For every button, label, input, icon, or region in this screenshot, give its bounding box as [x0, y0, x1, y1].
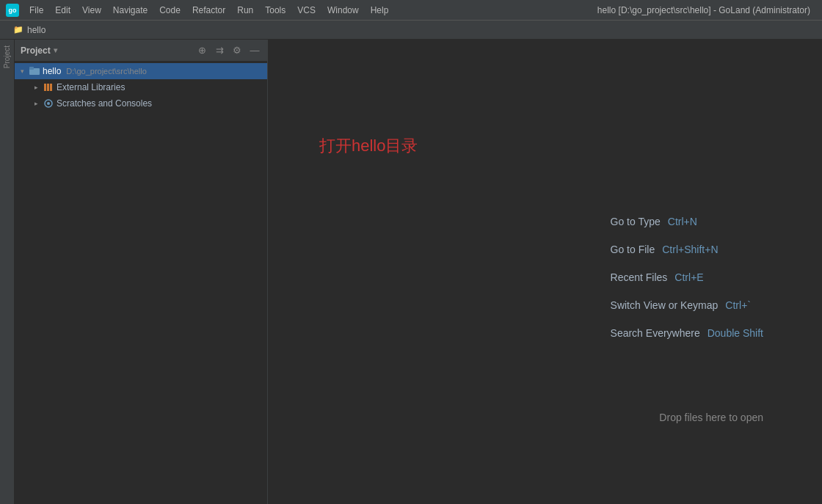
sidebar-settings-button[interactable]: ⚙ [230, 44, 244, 57]
tree-label-2: Scratches and Consoles [57, 98, 152, 109]
shortcut-key-3: Ctrl+` [725, 299, 751, 311]
side-strip-project-label[interactable]: Project [1, 43, 12, 71]
shortcut-row-1: Go to FileCtrl+Shift+N [611, 244, 763, 255]
window-title: hello [D:\go_project\src\hello] - GoLand… [597, 5, 816, 15]
menu-bar: FileEditViewNavigateCodeRefactorRunTools… [23, 0, 597, 21]
svg-rect-4 [50, 84, 52, 91]
shortcut-action-1: Go to File [611, 244, 655, 255]
shortcut-action-2: Recent Files [611, 271, 668, 283]
titlebar: go FileEditViewNavigateCodeRefactorRunTo… [0, 0, 822, 21]
shortcut-row-0: Go to TypeCtrl+N [611, 216, 763, 227]
sidebar-minimize-button[interactable]: — [248, 44, 261, 57]
sidebar-add-button[interactable]: ⊕ [195, 44, 208, 57]
shortcut-row-4: Search EverywhereDouble Shift [611, 327, 763, 339]
tree-expand-2[interactable]: ▸ [32, 99, 40, 108]
tree-label-1: External Libraries [57, 82, 125, 92]
menu-view[interactable]: View [76, 0, 107, 21]
tree-icon-libs [43, 81, 54, 93]
sidebar-header: Project ▾ ⊕ ⇉ ⚙ — [15, 40, 267, 62]
sidebar-title-label: Project [21, 45, 51, 56]
tree-item-0[interactable]: ▾helloD:\go_project\src\hello [15, 63, 267, 79]
menu-refactor[interactable]: Refactor [186, 0, 231, 21]
tree-item-2[interactable]: ▸Scratches and Consoles [15, 95, 267, 112]
tree-expand-0[interactable]: ▾ [18, 67, 26, 76]
shortcuts-panel: Go to TypeCtrl+NGo to FileCtrl+Shift+NRe… [611, 216, 763, 339]
sidebar: Project ▾ ⊕ ⇉ ⚙ — ▾helloD:\go_project\sr… [15, 40, 268, 504]
tree-expand-1[interactable]: ▸ [32, 83, 40, 92]
sidebar-dropdown-icon: ▾ [54, 46, 57, 54]
sidebar-collapse-button[interactable]: ⇉ [213, 44, 226, 57]
drop-files-label: Drop files here to open [659, 412, 763, 423]
editor-area[interactable]: 打开hello目录 Go to TypeCtrl+NGo to FileCtrl… [268, 40, 822, 504]
project-tab[interactable]: 📁 hello [6, 21, 53, 40]
menu-code[interactable]: Code [153, 0, 186, 21]
shortcut-key-2: Ctrl+E [674, 271, 703, 283]
open-dir-label: 打开hello目录 [319, 135, 418, 157]
menu-window[interactable]: Window [321, 0, 365, 21]
side-strip: Project [0, 40, 15, 504]
shortcut-key-1: Ctrl+Shift+N [662, 244, 718, 255]
folder-icon: 📁 [13, 25, 23, 34]
shortcut-action-0: Go to Type [611, 216, 661, 227]
tree-label-0: hello [43, 66, 61, 76]
svg-rect-3 [47, 84, 49, 91]
app-logo: go [6, 4, 19, 17]
shortcut-action-4: Search Everywhere [611, 327, 700, 339]
sidebar-actions: ⊕ ⇉ ⚙ — [195, 44, 261, 57]
tree-icon-scratches [43, 98, 54, 109]
menu-tools[interactable]: Tools [259, 0, 291, 21]
shortcut-key-0: Ctrl+N [668, 216, 697, 227]
tab-bar: 📁 hello [0, 21, 822, 40]
project-tab-label: hello [27, 25, 46, 35]
main-layout: Project Project ▾ ⊕ ⇉ ⚙ — ▾helloD:\go_pr… [0, 40, 822, 504]
tree-path-0: D:\go_project\src\hello [66, 67, 146, 76]
menu-navigate[interactable]: Navigate [107, 0, 153, 21]
menu-edit[interactable]: Edit [49, 0, 76, 21]
project-tree: ▾helloD:\go_project\src\hello▸External L… [15, 62, 267, 504]
menu-vcs[interactable]: VCS [291, 0, 321, 21]
svg-rect-2 [44, 84, 46, 91]
svg-rect-1 [29, 67, 34, 70]
shortcut-key-4: Double Shift [708, 327, 763, 339]
menu-run[interactable]: Run [231, 0, 259, 21]
sidebar-title[interactable]: Project ▾ [21, 45, 57, 56]
svg-point-6 [47, 102, 50, 105]
menu-file[interactable]: File [23, 0, 49, 21]
shortcut-row-3: Switch View or KeymapCtrl+` [611, 299, 763, 311]
tree-icon-folder [29, 65, 40, 77]
menu-help[interactable]: Help [365, 0, 395, 21]
shortcut-action-3: Switch View or Keymap [611, 299, 719, 311]
shortcut-row-2: Recent FilesCtrl+E [611, 271, 763, 283]
tree-item-1[interactable]: ▸External Libraries [15, 79, 267, 95]
